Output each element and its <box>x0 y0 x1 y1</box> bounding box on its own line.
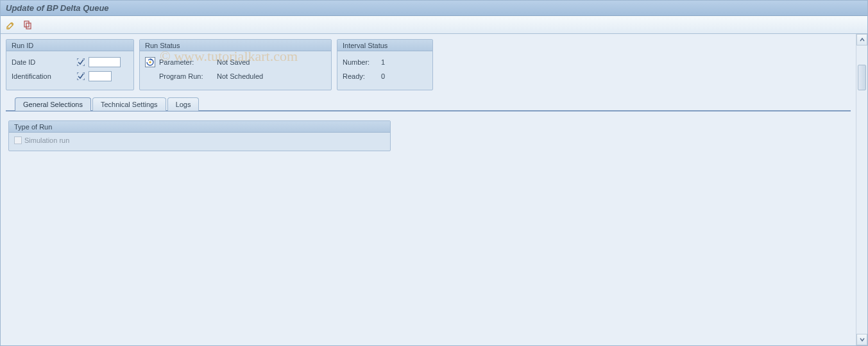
edit-icon <box>6 20 16 30</box>
scroll-track[interactable] <box>856 45 867 334</box>
scroll-up-button[interactable] <box>856 34 867 45</box>
parameter-status-icon <box>145 57 155 67</box>
type-of-run-group: Type of Run Simulation run <box>8 120 391 151</box>
tab-general-selections[interactable]: General Selections <box>15 97 91 111</box>
chevron-up-icon <box>860 37 865 42</box>
simulation-run-label: Simulation run <box>24 136 69 144</box>
parameter-label: Parameter: <box>159 58 217 66</box>
tab-logs[interactable]: Logs <box>167 97 200 111</box>
group-row: Run ID Date ID Identification <box>6 39 851 90</box>
tab-technical-settings[interactable]: Technical Settings <box>92 97 166 111</box>
edit-button[interactable] <box>4 19 17 31</box>
window-title: Update of BP Delta Queue <box>6 3 109 13</box>
app-toolbar <box>1 16 867 34</box>
number-label: Number: <box>343 58 381 66</box>
run-status-title: Run Status <box>140 40 331 51</box>
run-id-title: Run ID <box>6 40 133 51</box>
program-run-value: Not Scheduled <box>217 72 263 80</box>
copy-button[interactable] <box>21 19 34 31</box>
tab-panel-general-selections: Type of Run Simulation run <box>6 111 851 160</box>
type-of-run-title: Type of Run <box>9 121 390 133</box>
vertical-scrollbar[interactable] <box>856 34 867 345</box>
interval-status-title: Interval Status <box>337 40 432 51</box>
ready-value: 0 <box>381 72 385 80</box>
identification-input[interactable] <box>89 71 112 81</box>
app-window: Update of BP Delta Queue © www.tutorialk… <box>0 0 868 346</box>
scroll-down-button[interactable] <box>856 334 867 345</box>
main-row: © www.tutorialkart.com Run ID Date ID <box>1 34 867 345</box>
identification-valid-icon <box>76 72 86 81</box>
svg-point-3 <box>149 61 151 63</box>
parameter-value: Not Saved <box>217 58 250 66</box>
program-run-label: Program Run: <box>159 72 217 80</box>
identification-label: Identification <box>12 72 76 80</box>
content-area: © www.tutorialkart.com Run ID Date ID <box>1 34 856 345</box>
titlebar: Update of BP Delta Queue <box>1 1 867 16</box>
date-id-input[interactable] <box>89 57 121 67</box>
run-id-group: Run ID Date ID Identification <box>6 39 134 90</box>
scroll-thumb[interactable] <box>858 65 866 90</box>
date-id-label: Date ID <box>12 58 76 66</box>
date-id-valid-icon <box>76 58 86 67</box>
tabstrip: General Selections Technical Settings Lo… <box>6 97 851 160</box>
ready-label: Ready: <box>343 72 381 80</box>
run-status-group: Run Status Parameter: <box>139 39 332 90</box>
copy-icon <box>22 20 33 30</box>
number-value: 1 <box>381 58 385 66</box>
simulation-run-checkbox <box>14 136 22 144</box>
interval-status-group: Interval Status Number: 1 Ready: 0 <box>337 39 433 90</box>
chevron-down-icon <box>860 337 865 342</box>
